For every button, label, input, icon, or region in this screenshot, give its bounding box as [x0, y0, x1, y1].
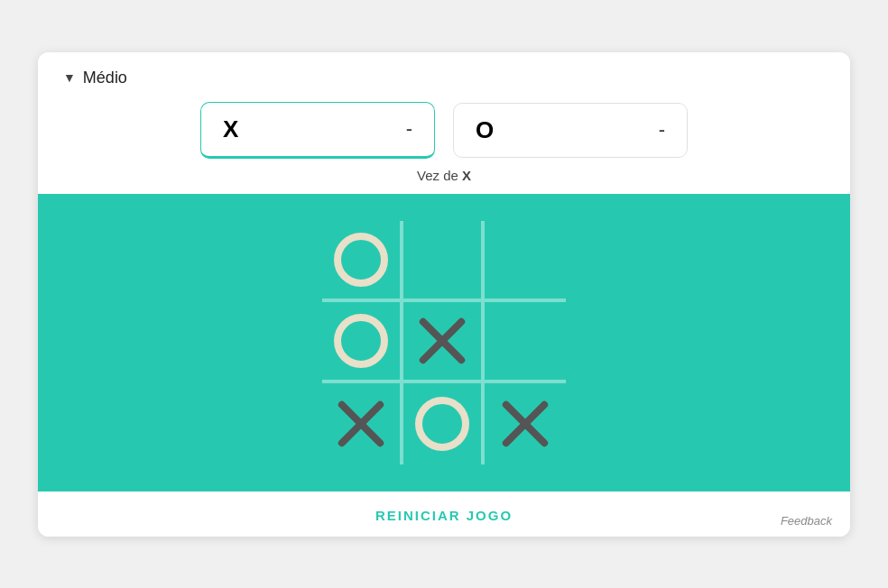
feedback-label[interactable]: Feedback [781, 514, 832, 528]
difficulty-label: Médio [83, 69, 127, 87]
cell-7[interactable] [403, 383, 485, 464]
turn-label: Vez de X [63, 168, 825, 183]
cell-8[interactable] [485, 383, 566, 464]
cell-3[interactable] [322, 302, 403, 383]
x-symbol-label: X [223, 115, 238, 143]
x-piece [415, 314, 469, 368]
cell-2[interactable] [485, 221, 566, 302]
footer-area: REINICIAR JOGO [38, 492, 850, 537]
header-area: ▼ Médio X - O - Vez de X [38, 52, 850, 194]
o-score: - [659, 118, 665, 142]
cell-1[interactable] [403, 221, 485, 302]
o-symbol-label: O [476, 116, 494, 144]
turn-text: Vez de [417, 168, 458, 183]
game-container: ▼ Médio X - O - Vez de X [38, 52, 850, 537]
o-piece [334, 314, 388, 368]
o-piece [415, 397, 469, 451]
board-grid [322, 221, 566, 464]
x-score: - [406, 117, 412, 141]
restart-button[interactable]: REINICIAR JOGO [375, 508, 513, 523]
x-piece [334, 397, 388, 451]
game-board [38, 194, 850, 492]
score-card-o: O - [453, 103, 688, 158]
cell-4[interactable] [403, 302, 485, 383]
cell-5[interactable] [485, 302, 566, 383]
o-piece [334, 233, 388, 287]
cell-6[interactable] [322, 383, 403, 464]
turn-symbol: X [462, 168, 471, 183]
cell-0[interactable] [322, 221, 403, 302]
score-card-x: X - [200, 102, 435, 159]
score-row: X - O - [63, 102, 825, 159]
difficulty-arrow-icon[interactable]: ▼ [63, 70, 76, 85]
x-piece [498, 397, 552, 451]
difficulty-row: ▼ Médio [63, 69, 825, 87]
